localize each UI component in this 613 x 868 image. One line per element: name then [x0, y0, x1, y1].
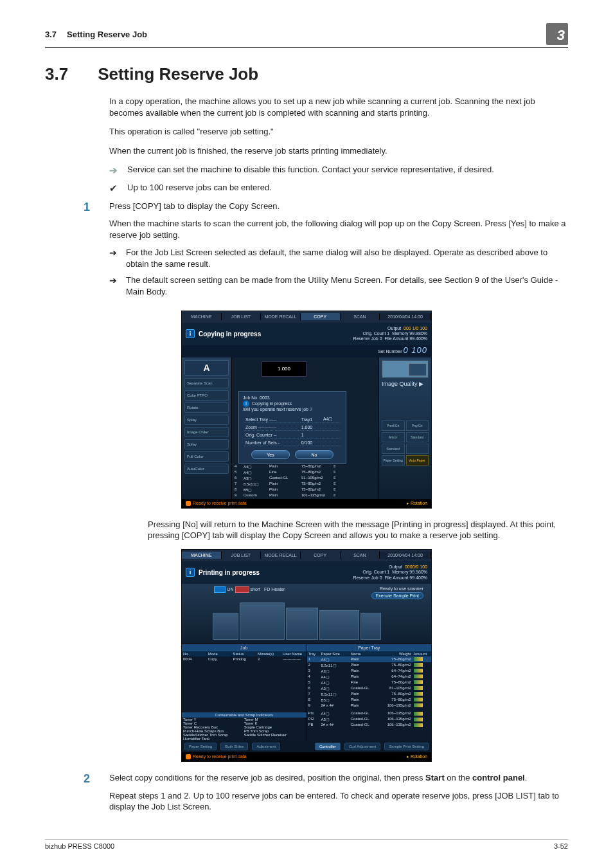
modal-yes-button[interactable]: Yes [251, 450, 290, 459]
ss1-right-btn[interactable]: Image Quality ▶ [382, 381, 429, 390]
tab-scan[interactable]: SCAN [341, 552, 380, 559]
modal-table: Select Tray -----Tray1A4▢ Zoom ---------… [243, 415, 342, 448]
modal-question: Will you operate next reserve job ? [243, 407, 342, 412]
intro-note-2: Up to 100 reserve jobs can be entered. [127, 182, 272, 195]
ss1-status-text: Copying in progress [199, 330, 261, 338]
ss1-right-btn[interactable]: Standard [382, 444, 405, 454]
ss1-left-panel: A Separate Scan Color FTPO Rotate Splay … [182, 357, 232, 499]
consumables-panel: Consumable and Scrap Indicators Toner YT… [182, 712, 306, 741]
job-panel-title: Job [182, 644, 306, 651]
tray-row[interactable]: 6A3▢Coated-GL81~105g/m2 [307, 685, 432, 691]
ss1-right-btn[interactable]: Pny/Crt [406, 420, 429, 431]
tab-recall[interactable]: MODE RECALL [261, 552, 301, 559]
footer-product: bizhub PRESS C8000 [45, 842, 114, 850]
toggle-on-icon [214, 586, 226, 593]
ss1-body: A Separate Scan Color FTPO Rotate Splay … [182, 357, 431, 499]
ss1-right-btn[interactable] [406, 444, 429, 454]
ss2-btn[interactable]: Adjustment [252, 743, 280, 750]
ss1-right-btn[interactable]: Auto Paper [406, 455, 429, 466]
tab-recall[interactable]: MODE RECALL [261, 313, 301, 320]
ss2-heater-toggle[interactable]: ON short FD Heater [214, 586, 285, 593]
ss1-left-btn[interactable]: Separate Scan [184, 378, 229, 388]
tab-machine[interactable]: MACHINE [182, 552, 222, 559]
modal-no-button[interactable]: No [295, 450, 333, 459]
screenshot-2: MACHINE JOB LIST MODE RECALL COPY SCAN 2… [181, 549, 432, 762]
ss1-right-btn[interactable]: Standard [406, 432, 429, 442]
ss1-left-btn[interactable]: Splay [184, 415, 229, 425]
ss2-ready-text: Ready to use scanner [371, 586, 423, 591]
ss2-tray-panel: Paper Tray Tray Paper Size Name Weight A… [307, 644, 432, 741]
ss2-btn[interactable]: Both Sides [220, 743, 248, 750]
tray-row[interactable]: 5A4▢Fine75~80g/m2 [307, 680, 432, 685]
step-1-sub1: For the Job List Screen selected as defa… [126, 247, 568, 269]
ss2-btn[interactable]: Paper Setting [184, 743, 217, 750]
tray-row[interactable]: 1A4▢Plain75~80g/m2 [307, 656, 432, 662]
tab-joblist[interactable]: JOB LIST [222, 313, 262, 320]
ss2-machine-area: ON short FD Heater Ready to use scanner … [182, 584, 431, 644]
footer-pagenum: 3-52 [554, 842, 568, 850]
ss1-right-btn[interactable]: Paper Setting [382, 455, 405, 466]
ss1-footer-left: Ready to receive print data [193, 501, 247, 505]
ss1-left-btn[interactable]: AutoColor [184, 464, 229, 474]
toggle-short-icon [235, 586, 249, 593]
ss1-footer-right: ▸ Rotation [407, 501, 427, 506]
tab-scan[interactable]: SCAN [341, 313, 380, 320]
ss1-right-btn[interactable]: Pmnl/Crt [382, 420, 405, 431]
step-2: 2 Select copy conditions for the reserve… [45, 772, 568, 819]
ss2-btn[interactable]: Curl Adjustment [344, 743, 380, 750]
tray-row[interactable]: PI1A4▢Coated-GL106~135g/m2 [307, 710, 432, 716]
arrow-icon: ➔ [109, 247, 126, 269]
check-icon: ✔ [109, 182, 127, 195]
ss1-right-btn[interactable]: Mirror [382, 432, 405, 442]
tab-copy[interactable]: COPY [301, 313, 341, 320]
step-1-sub2: The default screen setting can be made f… [126, 275, 568, 297]
ss1-letter-panel[interactable]: A [184, 360, 229, 375]
ss1-left-btn[interactable]: Full Color [184, 451, 229, 462]
ss1-left-btn[interactable]: Color FTPO [184, 390, 229, 401]
tray-row[interactable]: PB2# x 4#Coated-GL106~135g/m2 [307, 722, 432, 727]
ss1-center: 1.000 Job No. 0003 iCopying in progress … [232, 357, 378, 499]
step-1-p1: Press [COPY] tab to display the Copy Scr… [109, 201, 568, 212]
tray-row[interactable]: 92# x 4#Plain106~135g/m2 [307, 703, 432, 708]
ss2-footer: Ready to receive print data ▸ Rotation [182, 752, 431, 761]
ss2-status-text: Printing in progress [199, 569, 260, 576]
ss1-left-btn[interactable]: Image Order [184, 427, 229, 437]
ss2-btn[interactable]: Controller [315, 743, 341, 750]
tab-time: 2010/04/04 14:00 [380, 552, 431, 559]
tray-row[interactable]: 4A4▢Plain64~74g/m2 [307, 674, 432, 680]
arrow-icon: ➔ [109, 275, 126, 297]
step-2-number: 2 [45, 772, 109, 819]
ss2-btn[interactable]: Sample Print Setting [384, 743, 429, 750]
ss2-job-panel: Job No. Mode Status Minute(s) User Name … [182, 644, 307, 741]
step-2-p1: Select copy conditions for the reserve j… [109, 772, 568, 784]
job-row[interactable]: 0004 Copy Printing 2 -------------- [182, 656, 306, 662]
main-heading: 3.7 Setting Reserve Job [45, 64, 568, 84]
ss2-tabs: MACHINE JOB LIST MODE RECALL COPY SCAN 2… [182, 550, 431, 561]
tab-copy[interactable]: COPY [301, 552, 341, 559]
tab-machine[interactable]: MACHINE [182, 313, 222, 320]
step-2-p2: Repeat steps 1 and 2. Up to 100 reserve … [109, 790, 568, 813]
machine-illustration [213, 596, 391, 642]
ss1-left-btn[interactable]: Splay [184, 439, 229, 449]
ss1-status-right: Output 000 1/0 100 Orig. Count 1 Memory … [353, 326, 427, 342]
tray-row[interactable]: PI2A3▢Coated-GL106~135g/m2 [307, 716, 432, 722]
status-dot-icon [186, 501, 191, 506]
ss1-left-btn[interactable]: Rotate [184, 402, 229, 413]
tray-row[interactable]: 78.5x11▢Plain75~80g/m2 [307, 691, 432, 697]
ss1-footer: Ready to receive print data ▸ Rotation [182, 499, 431, 508]
ss1-zoom[interactable]: 1.000 [262, 361, 306, 377]
intro-body: In a copy operation, the machine allows … [109, 96, 568, 195]
intro-p2: This operation is called "reserve job se… [109, 126, 568, 138]
tab-joblist[interactable]: JOB LIST [222, 552, 262, 559]
ss1-tray-table: 4A4▢Plain75~80g/m2≡ 5A4▢Fine75~80g/m2≡ 6… [235, 464, 376, 498]
consumables-title: Consumable and Scrap Indicators [182, 712, 306, 718]
ss1-setnumber: Set Number 0 100 [182, 345, 431, 357]
screenshot-1-wrap: MACHINE JOB LIST MODE RECALL COPY SCAN 2… [45, 311, 568, 509]
step-1: 1 Press [COPY] tab to display the Copy S… [45, 201, 568, 303]
tab-time: 2010/04/04 14:00 [380, 313, 431, 320]
ss1-right-panel: Image Quality ▶ Pmnl/Crt Pny/Crt Mirror … [378, 357, 431, 499]
chapter-badge: 3 [546, 23, 568, 45]
tray-row[interactable]: 3A3▢Plain64~74g/m2 [307, 668, 432, 674]
tray-row[interactable]: 8B5▢Plain75~80g/m2 [307, 697, 432, 703]
tray-row[interactable]: 28.5x11▢Plain75~80g/m2 [307, 662, 432, 668]
